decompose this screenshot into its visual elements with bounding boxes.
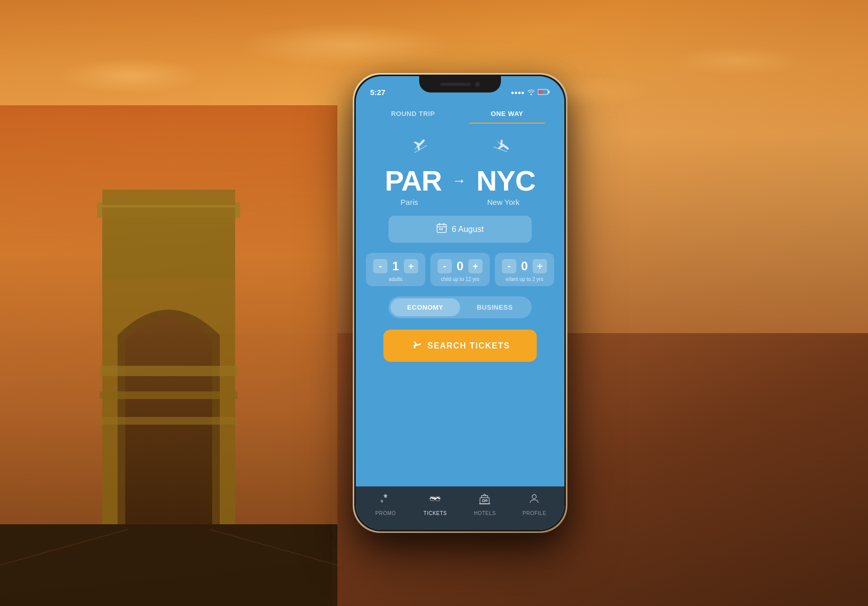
bottom-nav: PROMO TICKETS [356,486,564,530]
child-plus-button[interactable]: + [468,259,483,273]
to-city-name: New York [487,198,519,206]
adults-counter: - 1 + adults [366,253,425,286]
infant-plus-button[interactable]: + [533,259,547,273]
status-time: 5:27 [370,88,385,97]
svg-rect-5 [100,366,238,376]
arch-svg [0,105,337,606]
to-city-code: NYC [476,167,535,195]
profile-label: PROFILE [522,510,546,516]
adults-label: adults [389,276,403,282]
notch-camera [475,82,480,87]
business-option[interactable]: BUSINESS [460,298,530,316]
signal-icon: ●●●● [511,89,524,96]
child-counter: - 0 + child up to 12 yrs [430,253,490,286]
svg-rect-4 [102,190,235,205]
svg-point-27 [532,495,536,499]
svg-rect-25 [486,500,487,501]
phone-frame: 5:27 ●●●● [353,73,567,533]
promo-label: PROMO [375,510,396,516]
svg-rect-13 [538,90,542,94]
landing-plane-wrapper [493,135,511,154]
tickets-label: TICKETS [424,510,447,516]
plane-icons-row [366,130,554,159]
takeoff-plane-wrapper [409,135,427,154]
profile-icon [528,493,540,508]
infant-label: infant up to 2 yrs [506,276,543,282]
trip-tabs: ROUND TRIP ONE WAY [356,101,564,123]
adults-controls: - 1 + [373,259,418,273]
infant-value: 0 [519,259,530,273]
infant-controls: - 0 + [502,259,547,273]
date-picker-button[interactable]: 6 August [389,216,532,243]
route-arrow: → [452,173,466,189]
notch-speaker [440,83,471,86]
class-selector: ECONOMY BUSINESS [389,296,532,318]
hotels-label: HOTELS [474,510,496,516]
from-city-name: Paris [401,198,418,206]
tickets-icon [429,493,441,508]
svg-rect-14 [414,145,427,153]
nav-item-promo[interactable]: PROMO [361,493,410,516]
child-value: 0 [455,259,465,273]
tab-one-way[interactable]: ONE WAY [460,105,554,123]
infant-counter: - 0 + infant up to 2 yrs [495,253,554,286]
hotels-icon [478,493,491,508]
svg-rect-12 [548,91,550,94]
passenger-counters: - 1 + adults - 0 + [366,253,554,286]
svg-rect-24 [483,500,485,502]
svg-rect-6 [100,391,238,399]
child-label: child up to 12 yrs [441,276,479,282]
svg-rect-1 [0,524,337,606]
svg-rect-8 [102,207,235,279]
search-plane-icon [410,339,421,353]
infant-minus-button[interactable]: - [502,259,516,273]
from-city-code: PAR [385,167,442,195]
adults-plus-button[interactable]: + [404,259,418,273]
child-controls: - 0 + [438,259,483,273]
nav-item-tickets[interactable]: TICKETS [410,493,460,516]
search-button-label: SEARCH TICKETS [427,341,510,351]
nav-item-profile[interactable]: PROFILE [510,493,559,516]
adults-minus-button[interactable]: - [373,259,387,273]
landing-plane-icon [490,133,514,156]
date-value: 6 August [452,225,484,234]
battery-icon [538,88,550,97]
child-minus-button[interactable]: - [438,259,452,273]
phone-screen: 5:27 ●●●● [356,76,564,530]
svg-rect-21 [441,228,443,230]
promo-icon [379,493,392,508]
takeoff-plane-icon [405,132,430,157]
nav-item-hotels[interactable]: HOTELS [460,493,510,516]
wifi-icon [527,88,535,97]
route-display: PAR → NYC [366,167,554,195]
search-tickets-button[interactable]: SEARCH TICKETS [383,330,537,362]
phone-wrapper: 5:27 ●●●● [353,73,567,533]
calendar-icon [437,223,447,236]
city-names-row: Paris New York [366,198,554,206]
notch [419,76,501,92]
phone-inner: 5:27 ●●●● [354,75,566,531]
main-content: PAR → NYC Paris New York [356,123,564,486]
adults-value: 1 [391,259,401,273]
svg-rect-7 [100,417,238,425]
svg-rect-20 [439,228,441,230]
economy-option[interactable]: ECONOMY [391,298,460,316]
status-icons: ●●●● [511,88,550,97]
tab-round-trip[interactable]: ROUND TRIP [366,105,460,123]
